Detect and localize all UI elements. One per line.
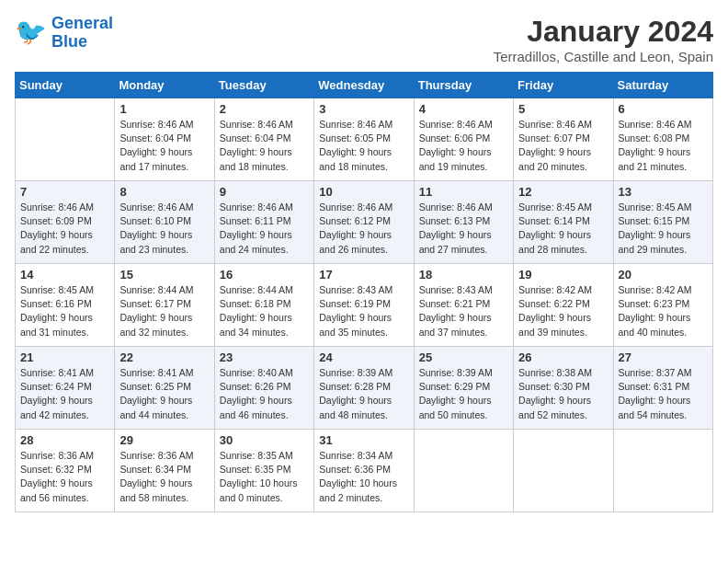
calendar-cell: 18Sunrise: 8:43 AM Sunset: 6:21 PM Dayli… (414, 264, 513, 347)
day-number: 6 (619, 102, 708, 116)
calendar-cell: 15Sunrise: 8:44 AM Sunset: 6:17 PM Dayli… (115, 264, 214, 347)
calendar-cell: 11Sunrise: 8:46 AM Sunset: 6:13 PM Dayli… (414, 181, 513, 264)
day-number: 23 (220, 350, 309, 364)
day-number: 16 (220, 268, 309, 282)
day-number: 7 (20, 185, 109, 199)
logo-icon: 🐦 (15, 17, 48, 50)
weekday-header: Sunday (16, 73, 115, 98)
calendar-cell: 14Sunrise: 8:45 AM Sunset: 6:16 PM Dayli… (16, 264, 115, 347)
calendar-cell: 3Sunrise: 8:46 AM Sunset: 6:05 PM Daylig… (314, 98, 414, 181)
calendar-cell (16, 98, 115, 181)
calendar-cell: 24Sunrise: 8:39 AM Sunset: 6:28 PM Dayli… (314, 347, 414, 430)
weekday-header: Monday (115, 73, 214, 98)
day-info: Sunrise: 8:39 AM Sunset: 6:29 PM Dayligh… (419, 366, 508, 422)
day-number: 14 (20, 268, 109, 282)
day-number: 9 (220, 185, 309, 199)
day-number: 4 (419, 102, 508, 116)
day-info: Sunrise: 8:38 AM Sunset: 6:30 PM Dayligh… (518, 366, 608, 422)
day-number: 8 (119, 185, 209, 199)
day-info: Sunrise: 8:36 AM Sunset: 6:34 PM Dayligh… (119, 449, 209, 505)
day-number: 5 (518, 102, 608, 116)
day-info: Sunrise: 8:45 AM Sunset: 6:14 PM Dayligh… (518, 201, 608, 257)
weekday-header: Wednesday (314, 73, 414, 98)
calendar-cell: 7Sunrise: 8:46 AM Sunset: 6:09 PM Daylig… (16, 181, 115, 264)
calendar-cell: 6Sunrise: 8:46 AM Sunset: 6:08 PM Daylig… (613, 98, 712, 181)
calendar-week-row: 14Sunrise: 8:45 AM Sunset: 6:16 PM Dayli… (16, 264, 713, 347)
day-info: Sunrise: 8:46 AM Sunset: 6:04 PM Dayligh… (119, 118, 209, 174)
calendar-table: SundayMondayTuesdayWednesdayThursdayFrid… (15, 72, 713, 512)
day-info: Sunrise: 8:42 AM Sunset: 6:23 PM Dayligh… (619, 283, 708, 339)
weekday-header: Thursday (414, 73, 513, 98)
day-info: Sunrise: 8:46 AM Sunset: 6:05 PM Dayligh… (319, 118, 408, 174)
day-number: 3 (319, 102, 408, 116)
weekday-header: Friday (514, 73, 613, 98)
day-info: Sunrise: 8:43 AM Sunset: 6:19 PM Dayligh… (319, 283, 408, 339)
day-number: 12 (518, 185, 608, 199)
weekday-header: Saturday (613, 73, 712, 98)
day-number: 31 (319, 433, 408, 447)
day-info: Sunrise: 8:44 AM Sunset: 6:18 PM Dayligh… (220, 283, 309, 339)
logo-text: General Blue (51, 15, 113, 52)
month-title: January 2024 (494, 15, 713, 49)
day-info: Sunrise: 8:46 AM Sunset: 6:08 PM Dayligh… (619, 118, 708, 174)
day-info: Sunrise: 8:42 AM Sunset: 6:22 PM Dayligh… (518, 283, 608, 339)
header: 🐦 General Blue January 2024 Terradillos,… (15, 15, 713, 64)
day-number: 10 (319, 185, 408, 199)
calendar-cell: 4Sunrise: 8:46 AM Sunset: 6:06 PM Daylig… (414, 98, 513, 181)
day-number: 1 (119, 102, 209, 116)
calendar-cell: 12Sunrise: 8:45 AM Sunset: 6:14 PM Dayli… (514, 181, 613, 264)
svg-text:🐦: 🐦 (15, 17, 47, 47)
day-info: Sunrise: 8:44 AM Sunset: 6:17 PM Dayligh… (119, 283, 209, 339)
calendar-week-row: 7Sunrise: 8:46 AM Sunset: 6:09 PM Daylig… (16, 181, 713, 264)
day-number: 25 (419, 350, 508, 364)
day-number: 11 (419, 185, 508, 199)
calendar-cell: 23Sunrise: 8:40 AM Sunset: 6:26 PM Dayli… (214, 347, 313, 430)
calendar-cell: 17Sunrise: 8:43 AM Sunset: 6:19 PM Dayli… (314, 264, 414, 347)
day-info: Sunrise: 8:39 AM Sunset: 6:28 PM Dayligh… (319, 366, 408, 422)
day-info: Sunrise: 8:45 AM Sunset: 6:15 PM Dayligh… (619, 201, 708, 257)
calendar-cell: 30Sunrise: 8:35 AM Sunset: 6:35 PM Dayli… (214, 430, 313, 512)
calendar-cell: 19Sunrise: 8:42 AM Sunset: 6:22 PM Dayli… (514, 264, 613, 347)
calendar-cell: 22Sunrise: 8:41 AM Sunset: 6:25 PM Dayli… (115, 347, 214, 430)
location-title: Terradillos, Castille and Leon, Spain (494, 49, 713, 64)
day-info: Sunrise: 8:36 AM Sunset: 6:32 PM Dayligh… (20, 449, 109, 505)
calendar-cell: 16Sunrise: 8:44 AM Sunset: 6:18 PM Dayli… (214, 264, 313, 347)
weekday-header: Tuesday (214, 73, 313, 98)
day-number: 27 (619, 350, 708, 364)
calendar-cell: 2Sunrise: 8:46 AM Sunset: 6:04 PM Daylig… (214, 98, 313, 181)
day-number: 21 (20, 350, 109, 364)
day-number: 2 (220, 102, 309, 116)
calendar-cell: 20Sunrise: 8:42 AM Sunset: 6:23 PM Dayli… (613, 264, 712, 347)
logo-line1: General (51, 14, 113, 32)
day-number: 26 (518, 350, 608, 364)
day-number: 19 (518, 268, 608, 282)
day-info: Sunrise: 8:43 AM Sunset: 6:21 PM Dayligh… (419, 283, 508, 339)
day-info: Sunrise: 8:40 AM Sunset: 6:26 PM Dayligh… (220, 366, 309, 422)
calendar-cell: 26Sunrise: 8:38 AM Sunset: 6:30 PM Dayli… (514, 347, 613, 430)
day-number: 18 (419, 268, 508, 282)
day-info: Sunrise: 8:46 AM Sunset: 6:11 PM Dayligh… (220, 201, 309, 257)
day-info: Sunrise: 8:46 AM Sunset: 6:04 PM Dayligh… (220, 118, 309, 174)
day-number: 13 (619, 185, 708, 199)
calendar-cell (613, 430, 712, 512)
calendar-cell: 31Sunrise: 8:34 AM Sunset: 6:36 PM Dayli… (314, 430, 414, 512)
day-info: Sunrise: 8:46 AM Sunset: 6:10 PM Dayligh… (119, 201, 209, 257)
day-info: Sunrise: 8:46 AM Sunset: 6:06 PM Dayligh… (419, 118, 508, 174)
day-info: Sunrise: 8:46 AM Sunset: 6:12 PM Dayligh… (319, 201, 408, 257)
calendar-cell: 5Sunrise: 8:46 AM Sunset: 6:07 PM Daylig… (514, 98, 613, 181)
weekday-header-row: SundayMondayTuesdayWednesdayThursdayFrid… (16, 73, 713, 98)
logo: 🐦 General Blue (15, 15, 113, 52)
logo-line2: Blue (51, 32, 87, 51)
day-number: 30 (220, 433, 309, 447)
calendar-cell: 29Sunrise: 8:36 AM Sunset: 6:34 PM Dayli… (115, 430, 214, 512)
calendar-cell (514, 430, 613, 512)
calendar-cell: 9Sunrise: 8:46 AM Sunset: 6:11 PM Daylig… (214, 181, 313, 264)
calendar-cell: 28Sunrise: 8:36 AM Sunset: 6:32 PM Dayli… (16, 430, 115, 512)
calendar-week-row: 21Sunrise: 8:41 AM Sunset: 6:24 PM Dayli… (16, 347, 713, 430)
calendar-cell: 27Sunrise: 8:37 AM Sunset: 6:31 PM Dayli… (613, 347, 712, 430)
day-info: Sunrise: 8:34 AM Sunset: 6:36 PM Dayligh… (319, 449, 408, 505)
calendar-cell: 1Sunrise: 8:46 AM Sunset: 6:04 PM Daylig… (115, 98, 214, 181)
day-info: Sunrise: 8:45 AM Sunset: 6:16 PM Dayligh… (20, 283, 109, 339)
day-number: 28 (20, 433, 109, 447)
title-area: January 2024 Terradillos, Castille and L… (494, 15, 713, 64)
